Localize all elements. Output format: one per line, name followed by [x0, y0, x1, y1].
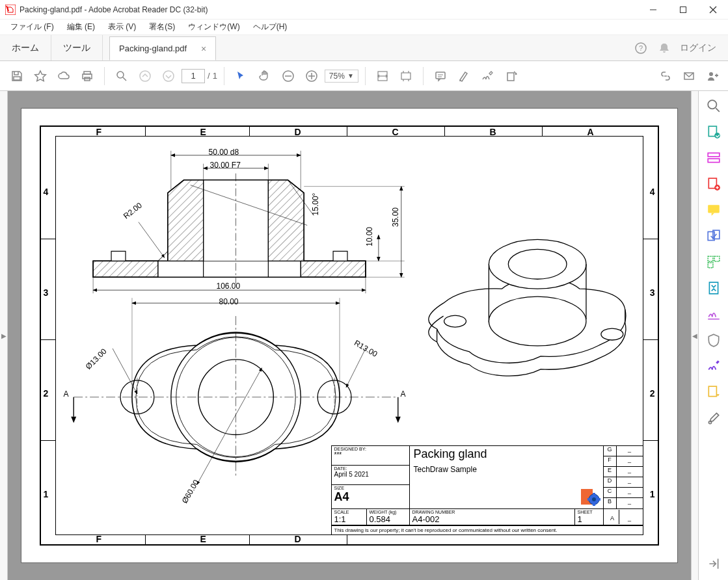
- section-label: A: [401, 389, 406, 399]
- collapse-panel-icon[interactable]: [704, 554, 723, 573]
- toolbar: / 1 75% ▼: [0, 61, 728, 91]
- svg-rect-84: [587, 498, 589, 501]
- fit-page-icon[interactable]: [396, 66, 416, 86]
- svg-rect-8: [83, 74, 92, 79]
- protect-icon[interactable]: [704, 330, 723, 350]
- mail-icon[interactable]: [679, 66, 699, 86]
- sign-icon[interactable]: [477, 66, 498, 86]
- svg-rect-31: [301, 261, 366, 277]
- pdf-page: F E D C B A F E D 4 3 2 1 4 3 2 1: [21, 108, 678, 563]
- combine-icon[interactable]: [704, 226, 723, 246]
- svg-line-68: [113, 349, 137, 394]
- search-icon[interactable]: [704, 96, 723, 116]
- close-tab-icon[interactable]: ×: [201, 44, 206, 54]
- zoom-value: 75%: [329, 72, 345, 81]
- more-tools-icon[interactable]: [704, 408, 723, 428]
- page-down-icon[interactable]: [158, 66, 179, 86]
- notification-bell-icon[interactable]: [656, 40, 672, 56]
- left-panel-toggle[interactable]: ▶: [0, 91, 8, 580]
- svg-line-69: [346, 349, 366, 388]
- document-tab[interactable]: Packing-gland.pdf ×: [109, 36, 216, 60]
- compress-icon[interactable]: [704, 278, 723, 298]
- sign-tool-icon[interactable]: [704, 356, 723, 376]
- svg-point-27: [709, 72, 713, 76]
- svg-rect-102: [708, 386, 716, 396]
- svg-point-13: [163, 71, 174, 81]
- share-user-icon[interactable]: [702, 66, 723, 86]
- tab-home[interactable]: ホーム: [0, 35, 51, 60]
- window-controls: [638, 0, 728, 20]
- page-up-icon[interactable]: [135, 66, 155, 86]
- right-tools-panel: ◀: [698, 91, 728, 580]
- svg-point-10: [117, 72, 124, 78]
- link-icon[interactable]: [655, 66, 676, 86]
- menu-sign[interactable]: 署名(S): [142, 20, 182, 34]
- save-icon[interactable]: [7, 66, 27, 86]
- minimize-button[interactable]: [638, 0, 668, 20]
- menu-window[interactable]: ウィンドウ(W): [182, 20, 246, 34]
- svg-point-76: [444, 315, 466, 327]
- svg-point-77: [600, 328, 623, 340]
- menu-bar: ファイル (F) 編集 (E) 表示 (V) 署名(S) ウィンドウ(W) ヘル…: [0, 20, 728, 35]
- edit-pdf-icon[interactable]: [704, 148, 723, 168]
- organize-icon[interactable]: [704, 252, 723, 272]
- cloud-icon[interactable]: [53, 66, 74, 86]
- page-number-input[interactable]: [182, 69, 205, 83]
- svg-rect-100: [709, 282, 718, 294]
- svg-point-74: [508, 249, 567, 279]
- svg-rect-97: [708, 256, 713, 261]
- convert-icon[interactable]: [704, 382, 723, 402]
- menu-view[interactable]: 表示 (V): [101, 20, 142, 34]
- svg-rect-82: [593, 493, 595, 495]
- svg-point-81: [592, 497, 596, 501]
- svg-rect-32: [111, 251, 126, 261]
- login-link[interactable]: ログイン: [680, 42, 716, 54]
- svg-line-53: [138, 222, 164, 258]
- svg-rect-21: [401, 73, 411, 79]
- window-title: Packing-gland.pdf - Adobe Acrobat Reader…: [20, 5, 208, 14]
- dim-label: 10.00: [365, 227, 374, 246]
- select-arrow-icon[interactable]: [231, 66, 252, 86]
- export-pdf-icon[interactable]: [704, 122, 723, 142]
- title-bar: Packing-gland.pdf - Adobe Acrobat Reader…: [0, 0, 728, 20]
- svg-rect-94: [708, 205, 720, 213]
- fit-width-icon[interactable]: [372, 66, 393, 86]
- close-button[interactable]: [698, 0, 728, 20]
- section-label: A: [64, 389, 69, 399]
- menu-help[interactable]: ヘルプ(H): [247, 20, 294, 34]
- fill-sign-icon[interactable]: [704, 304, 723, 324]
- document-tab-label: Packing-gland.pdf: [119, 44, 187, 53]
- zoom-out-icon[interactable]: [278, 66, 299, 86]
- svg-rect-30: [93, 261, 158, 277]
- dim-label: 80.00: [219, 297, 239, 306]
- help-icon[interactable]: ?: [633, 40, 649, 56]
- dim-label: 50.00 d8: [209, 148, 239, 157]
- dim-label: 35.00: [391, 207, 400, 227]
- menu-edit[interactable]: 編集 (E): [61, 20, 101, 34]
- menu-file[interactable]: ファイル (F): [4, 20, 61, 34]
- document-viewer[interactable]: ▶ F E D C B A F E D 4 3 2: [0, 91, 698, 580]
- create-pdf-icon[interactable]: [704, 174, 723, 194]
- highlight-icon[interactable]: [453, 66, 474, 86]
- svg-point-86: [708, 100, 716, 109]
- svg-rect-79: [581, 489, 593, 493]
- dim-label: 15.00°: [311, 193, 320, 216]
- svg-line-87: [716, 108, 720, 112]
- right-panel-toggle[interactable]: ◀: [691, 91, 699, 580]
- svg-rect-25: [507, 73, 514, 81]
- star-icon[interactable]: [30, 66, 51, 86]
- maximize-button[interactable]: [668, 0, 698, 20]
- rotate-icon[interactable]: [500, 66, 521, 86]
- tab-tools[interactable]: ツール: [51, 35, 103, 60]
- svg-rect-33: [333, 251, 347, 261]
- zoom-in-icon[interactable]: [301, 66, 322, 86]
- comment-tool-icon[interactable]: [704, 200, 723, 220]
- find-icon[interactable]: [111, 66, 132, 86]
- svg-rect-2: [681, 7, 686, 12]
- tabs-row: ホーム ツール Packing-gland.pdf × ? ログイン: [0, 35, 728, 61]
- hand-icon[interactable]: [254, 66, 275, 86]
- svg-line-11: [123, 77, 126, 81]
- print-icon[interactable]: [77, 66, 98, 86]
- zoom-dropdown[interactable]: 75% ▼: [325, 70, 358, 83]
- comment-icon[interactable]: [430, 66, 451, 86]
